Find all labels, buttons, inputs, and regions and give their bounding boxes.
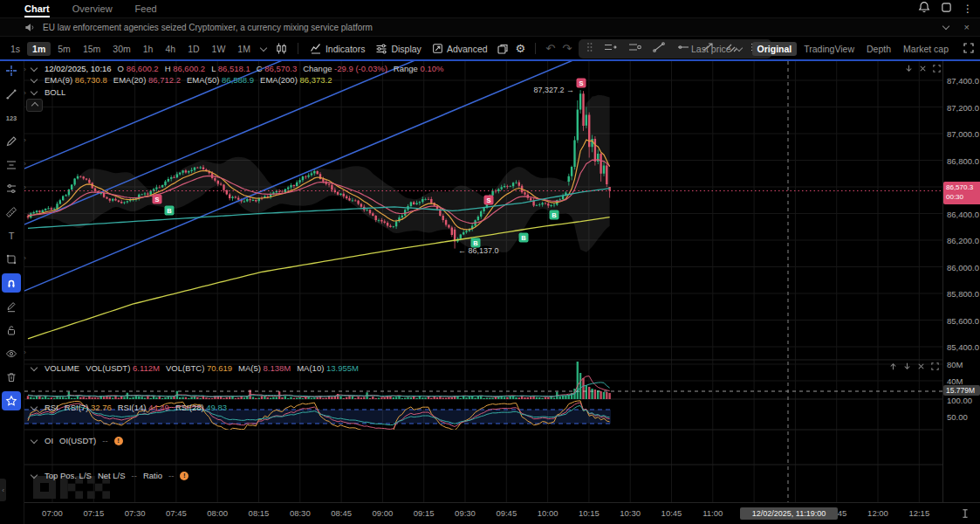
oi-legend: OIOI(USDT)--! bbox=[30, 436, 123, 445]
news-text: EU law enforcement agencies seized Crypt… bbox=[43, 23, 373, 32]
more-timeframes-chevron-icon[interactable] bbox=[259, 45, 268, 52]
pane-move-down-icon[interactable] bbox=[904, 64, 914, 73]
time-tick: 07:00 bbox=[42, 508, 63, 518]
timeframe-1M[interactable]: 1M bbox=[232, 42, 256, 56]
trendline-tool[interactable]: › bbox=[2, 85, 21, 104]
timeframe-1h[interactable]: 1h bbox=[138, 42, 159, 56]
volume-title: VOLUME bbox=[45, 363, 79, 373]
settings-gear-icon[interactable]: ⚙ bbox=[516, 42, 526, 55]
toppos-info-icon[interactable]: ! bbox=[180, 472, 188, 480]
time-tick: 08:30 bbox=[290, 508, 311, 518]
volume-tick: 80M bbox=[947, 360, 963, 369]
volume-legend: VOLUMEVOL(USDT) 6.112MVOL(BTC) 70.619MA(… bbox=[30, 363, 359, 373]
undo-icon[interactable]: ↶ bbox=[545, 42, 555, 55]
horizontal-ray-icon[interactable] bbox=[676, 41, 690, 57]
collapse-legend-button[interactable] bbox=[26, 99, 43, 112]
panel-collapse-handle[interactable]: ‹ bbox=[0, 479, 6, 501]
timeframe-30m[interactable]: 30m bbox=[107, 42, 135, 56]
trendline-icon[interactable] bbox=[652, 41, 666, 57]
rsi-legend-collapse-icon[interactable] bbox=[31, 403, 38, 410]
edit-tool[interactable] bbox=[2, 297, 21, 316]
oi-info-icon[interactable]: ! bbox=[114, 437, 123, 445]
advanced-button[interactable]: Advanced bbox=[432, 43, 488, 54]
ohlc-legend-collapse-icon[interactable] bbox=[31, 64, 38, 71]
brush-tool[interactable]: › bbox=[2, 132, 21, 151]
time-tick: 08:15 bbox=[249, 508, 270, 518]
pattern-tool[interactable]: › bbox=[2, 179, 21, 198]
redo-icon[interactable]: ↷ bbox=[562, 42, 572, 55]
fib-retracement-tool[interactable]: › bbox=[2, 155, 21, 175]
time-tick: 09:00 bbox=[373, 508, 394, 518]
last-price-dropdown[interactable]: Last price bbox=[691, 44, 744, 54]
orders-icon[interactable] bbox=[627, 41, 641, 57]
news-banner[interactable]: EU law enforcement agencies seized Crypt… bbox=[0, 17, 980, 37]
ohlc-legend: 12/02/2025, 10:16O 86,600.2H 86,600.2L 8… bbox=[30, 64, 443, 73]
layout-icon[interactable] bbox=[941, 1, 952, 17]
time-tick: 10:15 bbox=[579, 508, 600, 518]
text-tool[interactable]: T bbox=[2, 226, 21, 245]
timeframe-1D[interactable]: 1D bbox=[182, 42, 204, 56]
tab-overview[interactable]: Overview bbox=[72, 0, 113, 17]
indicators-button[interactable]: Indicators bbox=[310, 43, 366, 54]
chart-canvas[interactable]: 87,327.2 →← 86,137.0SBSBBBS bbox=[24, 59, 942, 502]
pane-maximize-icon[interactable] bbox=[932, 64, 942, 73]
delete-tool[interactable] bbox=[2, 368, 21, 387]
pane-close-icon[interactable] bbox=[918, 64, 928, 73]
mode-depth[interactable]: Depth bbox=[861, 42, 896, 56]
time-tick: 07:30 bbox=[125, 508, 146, 518]
visibility-tool[interactable]: › bbox=[2, 344, 21, 363]
mode-tradingview[interactable]: TradingView bbox=[798, 42, 860, 56]
svg-text:S: S bbox=[154, 196, 159, 203]
timeframe-1s[interactable]: 1s bbox=[5, 42, 25, 56]
oi-legend-collapse-icon[interactable] bbox=[31, 436, 38, 443]
pane-divider-highlight[interactable] bbox=[0, 59, 980, 61]
lock-tool[interactable] bbox=[2, 321, 21, 340]
pane-move-down-icon[interactable] bbox=[902, 362, 912, 371]
pane-maximize-icon[interactable] bbox=[930, 362, 940, 371]
shape-tool[interactable]: › bbox=[2, 250, 21, 269]
toppos-legend-collapse-icon[interactable] bbox=[31, 471, 38, 478]
magnet-tool[interactable] bbox=[2, 273, 21, 293]
alerts-icon[interactable] bbox=[918, 1, 930, 17]
chart-mode-group: OriginalTradingViewDepthMarket cap bbox=[752, 42, 954, 56]
timeframe-1W[interactable]: 1W bbox=[207, 42, 231, 56]
main-pane-controls bbox=[904, 64, 942, 73]
more-icon[interactable]: ⋮ bbox=[963, 3, 973, 15]
boll-label: BOLL bbox=[45, 87, 65, 97]
news-expand-chevron-icon[interactable] bbox=[942, 23, 949, 30]
volume-legend-collapse-icon[interactable] bbox=[31, 363, 38, 370]
mode-original[interactable]: Original bbox=[752, 42, 798, 56]
time-cursor-icon[interactable] bbox=[960, 507, 970, 522]
timeframe-5m[interactable]: 5m bbox=[52, 42, 76, 56]
ema-legend-collapse-icon[interactable] bbox=[31, 75, 38, 82]
toppos-title: Top Pos. L/S bbox=[45, 471, 92, 480]
timeframe-4h[interactable]: 4h bbox=[160, 42, 181, 56]
mode-market-cap[interactable]: Market cap bbox=[898, 42, 954, 56]
timeframe-1m[interactable]: 1m bbox=[27, 42, 51, 56]
pane-move-up-icon[interactable] bbox=[888, 362, 898, 371]
favorites-tool[interactable] bbox=[2, 391, 21, 410]
display-button[interactable]: Display bbox=[375, 43, 421, 55]
ohlc-range: Range 0.10% bbox=[394, 64, 444, 73]
news-close-icon[interactable]: × bbox=[964, 22, 970, 32]
pane-close-icon[interactable] bbox=[916, 362, 926, 371]
ruler-tool[interactable] bbox=[2, 203, 21, 222]
price-axis[interactable]: 87,400.087,200.087,000.086,800.086,600.0… bbox=[942, 59, 980, 502]
rsi-tick: 100.00 bbox=[947, 396, 972, 405]
price-tick: 87,000.0 bbox=[947, 129, 979, 139]
svg-text:S: S bbox=[579, 79, 583, 87]
drag-handle-icon[interactable] bbox=[586, 41, 593, 57]
boll-legend-collapse-icon[interactable] bbox=[31, 87, 38, 94]
net-ls-value: -- bbox=[132, 471, 137, 480]
crosshair-tool[interactable]: › bbox=[2, 61, 21, 80]
numbers-tool[interactable]: 123 bbox=[2, 108, 21, 128]
candlestick-type-icon[interactable] bbox=[275, 42, 288, 55]
tab-feed[interactable]: Feed bbox=[135, 0, 157, 17]
drawing-tools-rail: ››123›››T›› bbox=[0, 59, 24, 524]
tab-chart[interactable]: Chart bbox=[24, 0, 50, 17]
fullscreen-icon[interactable] bbox=[963, 42, 975, 56]
positions-icon[interactable] bbox=[603, 41, 617, 57]
time-tick: 12:15 bbox=[908, 508, 929, 518]
timeframe-15m[interactable]: 15m bbox=[78, 42, 106, 56]
panels-icon[interactable] bbox=[497, 43, 509, 55]
